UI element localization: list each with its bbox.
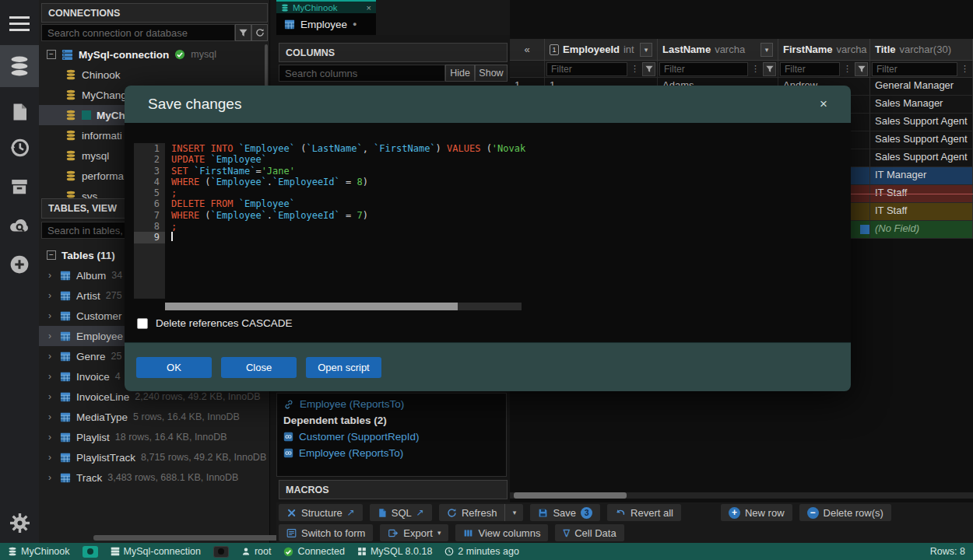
column-type: varcha — [837, 44, 867, 55]
chevron-right-icon[interactable]: › — [48, 290, 54, 301]
chevron-right-icon[interactable]: › — [48, 432, 54, 443]
chevron-right-icon[interactable]: › — [48, 351, 54, 362]
settings-button[interactable] — [0, 506, 39, 540]
tab-group-mychinook[interactable]: MyChinook × — [276, 0, 376, 13]
expander-icon[interactable]: − — [47, 250, 56, 260]
database-color-swatch[interactable] — [83, 546, 98, 558]
column-header-firstname[interactable]: FirstName varcha ▾ — [778, 39, 870, 61]
reference-label: Customer (SupportRepId) — [299, 431, 420, 443]
nav-database-button[interactable] — [0, 45, 39, 87]
column-menu-button[interactable]: ▾ — [640, 43, 652, 57]
tab-employee[interactable]: Employee ● — [276, 13, 376, 35]
cell-title[interactable]: General Manager — [870, 78, 973, 96]
chevron-right-icon[interactable]: › — [48, 411, 54, 422]
nav-archive-button[interactable] — [0, 170, 39, 204]
dependent-link-customer-supportrepid[interactable]: Customer (SupportRepId) — [283, 429, 500, 445]
cell-data-button[interactable]: ∇ Cell Data — [555, 524, 623, 541]
connections-refresh-button[interactable] — [251, 24, 268, 41]
filter-input[interactable] — [659, 62, 748, 76]
filter-input[interactable] — [546, 62, 627, 76]
column-header-lastname[interactable]: LastName varcha ▾ — [658, 39, 778, 61]
connection-item-mysql-connection[interactable]: − MySql-connection mysql — [39, 44, 269, 65]
chevron-right-icon[interactable]: › — [48, 310, 54, 321]
column-menu-button[interactable]: ▾ — [760, 43, 773, 57]
chevron-right-icon[interactable]: › — [48, 371, 54, 382]
reference-link-employee-reportsto[interactable]: Employee (ReportsTo) — [283, 396, 500, 412]
filter-funnel-button[interactable] — [763, 62, 776, 76]
ok-button[interactable]: OK — [136, 357, 212, 378]
view-columns-button[interactable]: View columns — [455, 524, 548, 541]
kebab-menu-icon[interactable]: ⋮ — [750, 64, 761, 74]
filter-input[interactable] — [872, 62, 957, 76]
revert-all-button[interactable]: Revert all — [607, 504, 681, 521]
export-button[interactable]: Export ▾ — [380, 524, 448, 541]
table-meta: 275 — [106, 290, 122, 301]
close-icon[interactable]: × — [367, 3, 371, 12]
table-item-playlist[interactable]: › Playlist 18 rows, 16.4 KB, InnoDB — [39, 427, 269, 447]
refresh-dropdown-button[interactable]: ▾ — [504, 504, 523, 521]
chevron-right-icon[interactable]: › — [48, 391, 54, 402]
hide-columns-button[interactable]: Hide — [445, 65, 475, 82]
scrollbar-thumb[interactable] — [165, 303, 458, 310]
structure-button[interactable]: Structure ↗ — [279, 504, 363, 521]
chevron-right-icon[interactable]: › — [48, 270, 54, 281]
cell-title[interactable]: IT Manager — [870, 167, 973, 185]
filter-funnel-button[interactable] — [642, 62, 655, 76]
close-button[interactable]: Close — [221, 357, 297, 378]
delete-cascade-checkbox[interactable] — [137, 318, 148, 329]
connections-search-input[interactable] — [41, 24, 235, 41]
cell-title[interactable]: Sales Support Agent — [870, 149, 973, 167]
open-script-button[interactable]: Open script — [306, 357, 381, 378]
save-changes-modal: Save changes × 1 2 3 4 5 6 7 8 9 INSERT … — [125, 86, 851, 391]
sql-button[interactable]: SQL ↗ — [370, 504, 432, 521]
filter-funnel-button[interactable] — [855, 62, 868, 76]
archive-box-icon — [9, 177, 30, 197]
cell-title[interactable]: Sales Support Agent — [870, 114, 973, 131]
table-item-playlisttrack[interactable]: › PlaylistTrack 8,715 rows, 49.2 KB, Inn… — [39, 447, 269, 467]
column-header-employeeid[interactable]: 1 EmployeeId int ▾ — [545, 39, 658, 61]
chevron-right-icon[interactable]: › — [48, 472, 54, 483]
columns-search-input[interactable] — [279, 65, 445, 82]
menu-button[interactable] — [0, 6, 39, 40]
tables-horizontal-scrollbar[interactable] — [93, 535, 305, 541]
nav-add-button[interactable] — [0, 247, 39, 282]
cell-title[interactable]: (No Field) — [870, 221, 973, 239]
kebab-menu-icon[interactable]: ⋮ — [841, 64, 853, 74]
connection-color-swatch[interactable] — [213, 546, 229, 558]
kebab-menu-icon[interactable]: ⋮ — [959, 64, 971, 74]
scrollbar-thumb[interactable] — [514, 492, 627, 499]
connections-filter-button[interactable] — [235, 24, 251, 41]
expander-icon[interactable]: − — [47, 50, 56, 59]
nav-history-button[interactable] — [0, 131, 39, 165]
refresh-button[interactable]: Refresh — [439, 504, 505, 521]
grid-horizontal-scrollbar[interactable] — [510, 492, 973, 499]
sql-preview-editor[interactable]: 1 2 3 4 5 6 7 8 9 INSERT INTO `Employee`… — [134, 143, 841, 299]
editor-horizontal-scrollbar[interactable] — [165, 303, 522, 310]
column-header-title[interactable]: Title varchar(30) — [870, 39, 973, 61]
new-row-button[interactable]: + New row — [721, 504, 792, 521]
database-item-chinook[interactable]: Chinook — [39, 65, 269, 85]
cell-title[interactable]: IT Staff — [870, 185, 973, 203]
line-number: 8 — [134, 221, 165, 232]
switch-to-form-button[interactable]: Switch to form — [279, 524, 373, 541]
filter-input[interactable] — [780, 62, 840, 76]
show-columns-button[interactable]: Show — [475, 65, 508, 82]
table-item-mediatype[interactable]: › MediaType 5 rows, 16.4 KB, InnoDB — [39, 407, 269, 427]
refresh-split-button: Refresh ▾ — [439, 504, 524, 521]
cell-title[interactable]: Sales Support Agent — [870, 131, 973, 149]
history-icon — [9, 138, 30, 158]
kebab-menu-icon[interactable]: ⋮ — [629, 64, 641, 74]
cell-title[interactable]: IT Staff — [870, 203, 973, 221]
cell-title[interactable]: Sales Manager — [870, 96, 973, 114]
chevron-right-icon[interactable]: › — [48, 452, 54, 463]
close-icon[interactable]: × — [820, 96, 827, 112]
delete-rows-button[interactable]: − Delete row(s) — [799, 504, 891, 521]
dependent-link-employee-reportsto[interactable]: Employee (ReportsTo) — [283, 445, 500, 461]
table-item-track[interactable]: › Track 3,483 rows, 688.1 KB, InnoDB — [39, 467, 269, 488]
collapse-columns-button[interactable]: « — [510, 39, 545, 61]
chevron-right-icon[interactable]: › — [48, 331, 54, 341]
nav-files-button[interactable] — [0, 95, 39, 129]
save-button[interactable]: Save 3 — [530, 504, 600, 521]
toolbar-row-1: Structure ↗ SQL ↗ Refresh — [279, 504, 971, 521]
nav-cloud-search-button[interactable] — [0, 208, 39, 243]
